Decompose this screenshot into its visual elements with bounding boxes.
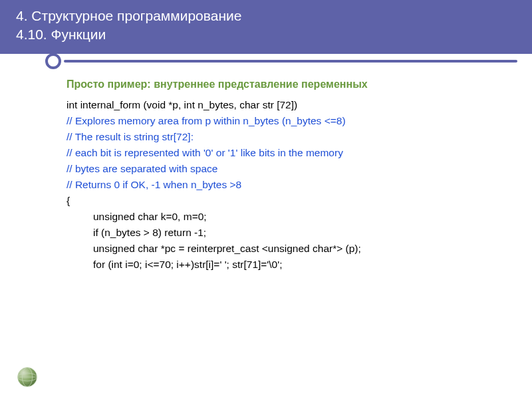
code-comment: // The result is string str[72]: [66, 129, 512, 145]
code-line: unsigned char *pc = reinterpret_cast <un… [66, 241, 512, 257]
code-comment: // bytes are separated with space [66, 161, 512, 177]
globe-icon [16, 366, 39, 388]
code-comment: // each bit is represented with '0' or '… [66, 145, 512, 161]
header-bullet-icon [45, 53, 61, 69]
content-subtitle: Просто пример: внутреннее представление … [66, 78, 512, 90]
code-line: int internal_form (void *p, int n_bytes,… [66, 97, 512, 113]
header-title-line2: 4.10. Функции [16, 25, 516, 44]
code-line: for (int i=0; i<=70; i++)str[i]=' '; str… [66, 257, 512, 273]
header-underline [64, 60, 517, 63]
code-block: int internal_form (void *p, int n_bytes,… [66, 97, 512, 273]
slide-content: Просто пример: внутреннее представление … [66, 78, 512, 273]
header-title-line1: 4. Структурное программирование [16, 7, 516, 25]
code-line: unsigned char k=0, m=0; [66, 209, 512, 225]
slide-header: 4. Структурное программирование 4.10. Фу… [0, 0, 532, 54]
code-comment: // Explores memory area from p within n_… [66, 113, 512, 129]
code-comment: // Returns 0 if OK, -1 when n_bytes >8 [66, 177, 512, 193]
code-line: { [66, 193, 512, 209]
code-line: if (n_bytes > 8) return -1; [66, 225, 512, 241]
